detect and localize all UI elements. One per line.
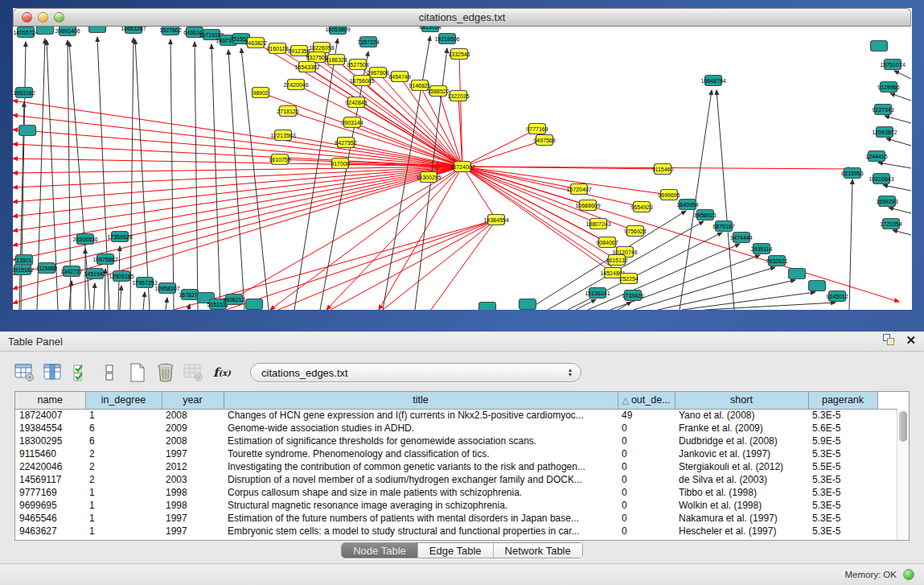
float-panel-icon[interactable] — [883, 334, 896, 346]
table-row[interactable]: 969969511998Structural magnetic resonanc… — [15, 499, 897, 512]
graph-node[interactable]: 10210643 — [869, 174, 893, 184]
graph-node[interactable]: 18724007 — [450, 162, 474, 172]
graph-node[interactable]: 917008 — [331, 159, 349, 169]
graph-node[interactable] — [246, 299, 263, 310]
network-graph[interactable]: 1405572420691406106532871527602646616010… — [13, 27, 911, 310]
graph-node[interactable]: 15136141 — [585, 288, 610, 299]
function-builder-button[interactable]: f(x) — [211, 362, 232, 383]
graph-node[interactable]: 19218506 — [434, 34, 459, 44]
graph-node[interactable]: 1342737 — [60, 266, 82, 277]
vertical-scrollbar[interactable] — [897, 410, 909, 540]
graph-node[interactable]: 9474444 — [730, 233, 752, 243]
graph-node[interactable]: 9497568 — [533, 135, 555, 146]
network-window-titlebar[interactable]: citations_edges.txt — [13, 8, 911, 27]
graph-node[interactable]: 8186328 — [325, 55, 347, 65]
graph-node[interactable]: 252254 — [619, 274, 638, 284]
column-header[interactable]: pagerank — [808, 392, 877, 409]
new-table-button[interactable] — [127, 362, 148, 383]
graph-node[interactable]: 18807243 — [585, 219, 610, 229]
graph-node[interactable]: 10958107 — [154, 283, 179, 294]
graph-node[interactable]: 20206536 — [72, 234, 97, 245]
graph-node[interactable]: 10975887 — [92, 254, 117, 265]
graph-node[interactable]: 16648794 — [700, 76, 725, 86]
graph-node[interactable]: 9527508 — [347, 60, 368, 70]
scrollbar-thumb[interactable] — [899, 411, 907, 442]
graph-node[interactable]: 1451947 — [84, 269, 105, 279]
graph-node[interactable]: 19384554 — [483, 215, 508, 225]
graph-node[interactable]: 1721054 — [880, 219, 901, 229]
graph-node[interactable]: 16053809 — [325, 27, 350, 35]
graph-node[interactable]: 3915162 — [13, 265, 34, 275]
column-header[interactable]: short — [675, 392, 808, 409]
graph-node[interactable] — [871, 41, 888, 51]
tab-node-table[interactable]: Node Table — [342, 543, 418, 558]
graph-node[interactable]: 9227343 — [872, 105, 893, 115]
table-settings-button[interactable] — [14, 362, 35, 383]
delete-column-disabled-button[interactable] — [183, 362, 204, 383]
graph-node[interactable]: 7357224 — [357, 37, 379, 47]
graph-node[interactable]: 16543362 — [294, 62, 319, 72]
column-header[interactable]: year — [162, 392, 224, 409]
graph-node[interactable]: 9242848 — [345, 97, 367, 108]
graph-node[interactable]: 18226058 — [309, 43, 334, 53]
graph-node[interactable]: 1588520 — [427, 86, 449, 97]
close-panel-icon[interactable]: ✕ — [906, 334, 916, 346]
graph-node[interactable]: 1115688 — [36, 263, 57, 274]
graph-node[interactable]: 9160128 — [266, 43, 288, 54]
graph-node[interactable] — [19, 126, 36, 136]
table-row[interactable]: 1456911722003Disruption of a novel membe… — [15, 473, 897, 486]
graph-node[interactable]: 12505185 — [109, 271, 133, 282]
tab-network-table[interactable]: Network Table — [494, 543, 582, 558]
graph-node[interactable]: 2903144 — [341, 117, 363, 128]
table-row[interactable]: 977716911998Corpus callosum shape and si… — [15, 486, 897, 499]
graph-node[interactable]: 1640954 — [676, 200, 698, 210]
graph-node[interactable]: 12093872 — [872, 127, 897, 138]
graph-node[interactable]: 17957253 — [132, 278, 157, 288]
graph-node[interactable] — [789, 269, 806, 279]
graph-node[interactable]: 17359928 — [107, 232, 132, 242]
column-header[interactable]: △out_de... — [618, 392, 675, 409]
graph-node[interactable]: 2718126 — [277, 106, 298, 117]
graph-node[interactable]: 7632621 — [766, 256, 787, 266]
column-selector-button[interactable] — [43, 362, 64, 383]
network-table-selector[interactable]: citations_edges.txt ▲▼ — [250, 363, 581, 382]
select-all-rows-button[interactable] — [71, 362, 92, 383]
graph-node[interactable]: 10653287 — [121, 27, 146, 34]
graph-node[interactable]: 1244415 — [865, 151, 887, 162]
graph-node[interactable]: 1527602 — [159, 27, 181, 35]
graph-node[interactable]: 15720407 — [566, 184, 591, 195]
graph-node[interactable] — [809, 281, 826, 291]
graph-node[interactable]: 15751074 — [880, 60, 905, 70]
table-row[interactable]: 2242004622012Investigating the contribut… — [15, 460, 897, 473]
graph-node[interactable]: 22420046 — [283, 80, 308, 90]
graph-node[interactable]: 8958923 — [694, 210, 716, 220]
graph-node[interactable] — [89, 27, 106, 33]
graph-node[interactable]: 9654923 — [630, 202, 652, 212]
table-row[interactable]: 946362711997Embryonic stem cells: a mode… — [15, 525, 897, 538]
graph-node[interactable]: 1733426 — [622, 290, 643, 301]
graph-node[interactable]: 9699695 — [658, 190, 680, 200]
column-header[interactable]: name — [15, 392, 85, 409]
table-row[interactable]: 946554611997Estimation of the future num… — [15, 512, 897, 525]
graph-node[interactable]: 98902 — [253, 88, 269, 98]
graph-node[interactable]: 18300295 — [416, 172, 441, 183]
graph-node[interactable]: 9245012 — [826, 291, 848, 302]
graph-node[interactable]: 18756085 — [349, 76, 374, 86]
graph-node[interactable]: 9777169 — [526, 124, 548, 134]
graph-node[interactable]: 9115460 — [652, 164, 674, 175]
graph-node[interactable]: 9606212 — [223, 295, 244, 305]
graph-node[interactable]: 8454749 — [388, 72, 410, 82]
delete-table-button[interactable] — [155, 362, 176, 383]
graph-node[interactable]: 14055724 — [13, 27, 38, 38]
graph-node[interactable]: 1653162 — [13, 88, 35, 98]
graph-node[interactable]: 2935114 — [751, 244, 773, 254]
table-row[interactable]: 1830029562008Estimation of significance … — [15, 435, 897, 447]
graph-node[interactable]: 1332546 — [448, 49, 470, 60]
graph-node[interactable]: 1599293 — [876, 196, 897, 207]
graph-node[interactable]: 10688609 — [575, 200, 600, 211]
column-header[interactable]: in_degree — [85, 392, 162, 409]
graph-node[interactable]: 13501 — [16, 255, 33, 266]
tab-edge-table[interactable]: Edge Table — [418, 543, 494, 558]
graph-node[interactable]: 1610755 — [269, 154, 290, 165]
memory-ok-led-icon[interactable] — [903, 569, 914, 580]
